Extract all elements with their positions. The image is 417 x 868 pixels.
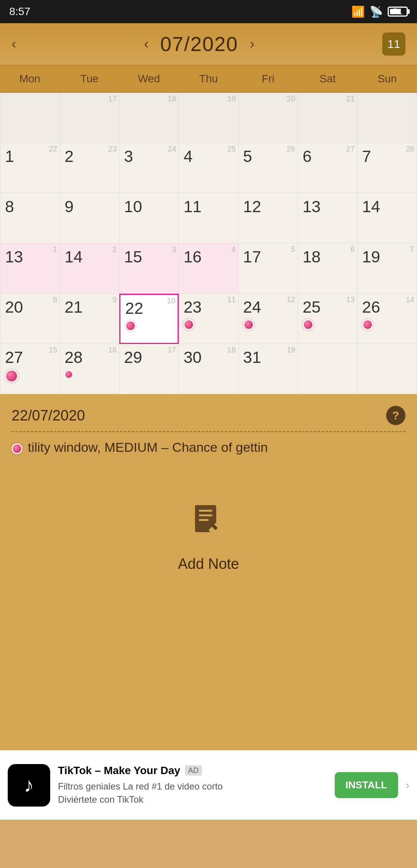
cal-cell[interactable]: 1931 [239,344,298,394]
dashed-divider [12,431,405,432]
ad-title-row: TikTok – Make Your Day AD [58,764,327,777]
ad-badge: AD [185,765,202,776]
cal-cell[interactable] [298,344,358,394]
detail-date-row: 22/07/2020 ? [12,406,405,425]
svg-rect-3 [199,519,208,521]
add-note-label: Add Note [178,556,239,572]
cal-cell[interactable]: 13 [298,193,358,243]
cal-cell[interactable]: 1123 [179,294,238,344]
cal-cell[interactable]: 14 [358,193,417,243]
note-icon [189,501,228,548]
ad-sub1: Filtros geniales La red #1 de video cort… [58,780,327,793]
cal-cell[interactable]: 113 [0,243,60,294]
day-header-sat: Sat [298,66,357,92]
cal-cell[interactable]: 18 [119,93,179,143]
cal-cell[interactable]: 20 [239,93,298,143]
ad-arrow-icon: › [406,779,409,791]
cal-cell[interactable]: 820 [0,294,60,344]
cal-cell[interactable]: 287 [358,143,417,193]
fertility-dot-icon [12,443,22,454]
cal-cell[interactable]: 10 [119,193,179,243]
cal-cell[interactable]: 517 [239,243,298,294]
cal-cell[interactable]: 921 [60,294,119,344]
svg-rect-1 [199,510,212,512]
cal-cell[interactable]: 265 [239,143,298,193]
svg-rect-2 [199,514,212,516]
svg-text:♪: ♪ [24,774,34,796]
calendar-header: ‹ ‹ 07/2020 › 11 [0,23,417,66]
calendar-grid: 1718192021221232243254265276287891011121… [0,93,417,394]
day-header-tue: Tue [59,66,119,92]
ad-banner: ♪ TikTok – Make Your Day AD Filtros geni… [0,750,417,820]
cal-cell[interactable]: 221 [0,143,60,193]
day-header-fri: Fri [238,66,298,92]
cal-cell[interactable]: 276 [298,143,358,193]
help-button[interactable]: ? [386,406,405,425]
ad-title: TikTok – Make Your Day [58,764,180,777]
detail-panel: 22/07/2020 ? tility window, MEDIUM – Cha… [0,394,417,470]
cal-cell[interactable]: 1426 [358,294,417,344]
cal-cell[interactable]: 1022 [119,294,179,344]
ad-sub2: Diviértete con TikTok [58,793,327,806]
day-header-wed: Wed [119,66,179,92]
cal-cell[interactable]: 21 [298,93,358,143]
back-button[interactable]: ‹ [12,36,16,52]
cal-cell[interactable]: 19 [179,93,238,143]
cal-cell[interactable]: 254 [179,143,238,193]
fertility-note: tility window, MEDIUM – Chance of gettin [12,440,405,455]
day-header-sun: Sun [358,66,417,92]
detail-date: 22/07/2020 [12,407,85,424]
fertility-text: tility window, MEDIUM – Chance of gettin [28,440,268,455]
cal-cell[interactable]: 1729 [119,344,179,394]
cal-cell[interactable]: 1628 [60,344,119,394]
cal-cell[interactable]: 11 [179,193,238,243]
cal-cell[interactable]: 8 [0,193,60,243]
cal-cell[interactable]: 17 [60,93,119,143]
add-note-section[interactable]: Add Note [0,470,417,596]
cal-cell[interactable]: 719 [358,243,417,294]
month-navigation: ‹ 07/2020 › [144,32,254,56]
month-year-title: 07/2020 [160,32,238,56]
cal-cell[interactable] [358,344,417,394]
cal-cell[interactable]: 1224 [239,294,298,344]
status-bar: 8:57 📶 📡 71 [0,0,417,23]
app-container: ‹ ‹ 07/2020 › 11 Mon Tue Wed Thu Fri Sat… [0,23,417,868]
day-header-mon: Mon [0,66,59,92]
signal-icon: 📶 [351,5,365,18]
cal-cell[interactable]: 243 [119,143,179,193]
cal-cell[interactable]: 1527 [0,344,60,394]
battery-icon: 71 [388,7,408,17]
wifi-icon: 📡 [370,5,383,18]
texture-area [0,596,417,750]
cal-cell[interactable]: 416 [179,243,238,294]
day-header-thu: Thu [179,66,238,92]
ad-install-button[interactable]: INSTALL [335,772,398,798]
status-time: 8:57 [9,5,31,18]
calendar-grid-icon[interactable]: 11 [382,32,405,56]
ad-text-block: TikTok – Make Your Day AD Filtros genial… [58,764,327,806]
cal-cell[interactable]: 12 [239,193,298,243]
cal-cell[interactable]: 315 [119,243,179,294]
cal-cell[interactable]: 9 [60,193,119,243]
cal-cell[interactable]: 232 [60,143,119,193]
cal-cell[interactable] [0,93,60,143]
day-headers-row: Mon Tue Wed Thu Fri Sat Sun [0,66,417,93]
cal-cell[interactable]: 1325 [298,294,358,344]
next-month-button[interactable]: › [250,36,254,52]
ad-app-icon: ♪ [8,764,50,807]
cal-cell[interactable]: 214 [60,243,119,294]
prev-month-button[interactable]: ‹ [144,36,149,52]
cal-cell[interactable]: 1830 [179,344,238,394]
cal-cell[interactable] [358,93,417,143]
status-icons: 📶 📡 71 [351,5,408,18]
cal-cell[interactable]: 618 [298,243,358,294]
